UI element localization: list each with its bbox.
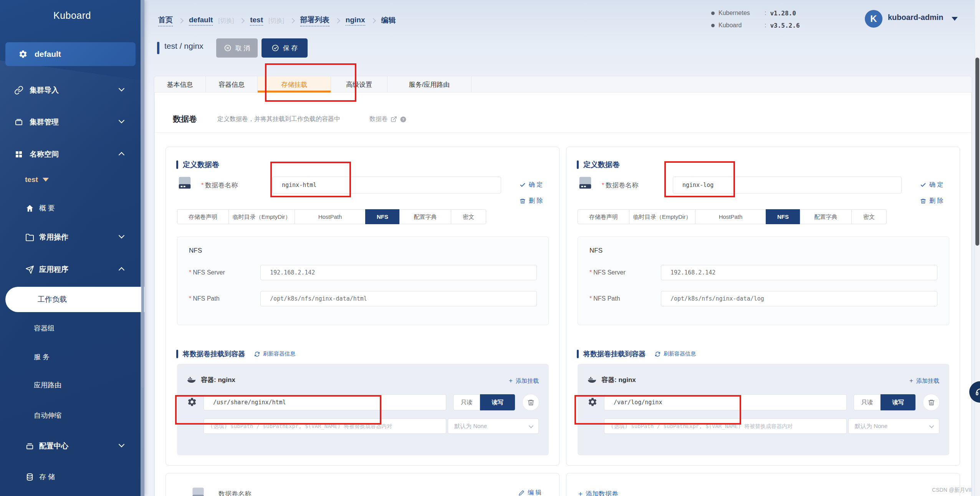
type-tab-hostpath[interactable]: HostPath [695, 209, 766, 224]
mode-select[interactable]: 默认为 None [448, 418, 539, 434]
confirm-link[interactable]: 确 定 [920, 181, 943, 189]
readonly-button[interactable]: 只读 [453, 394, 480, 410]
type-tab-pvc[interactable]: 存储卷声明 [177, 209, 229, 224]
mode-select[interactable]: 默认为 None [848, 418, 939, 434]
accent-bar [176, 160, 178, 169]
sidebar-item-namespaces[interactable]: 名称空间 [0, 144, 139, 165]
annotation-box-mount-path-right [574, 395, 741, 425]
sidebar-item-default-context[interactable]: default [5, 42, 136, 66]
sidebar-namespace-selector[interactable]: test [0, 169, 139, 190]
nfs-panel: NFS *NFS Server *NFS Path [578, 236, 949, 325]
sidebar-item-storage[interactable]: 存 储 [0, 466, 139, 488]
readwrite-button[interactable]: 读写 [881, 394, 915, 410]
trash-icon [527, 399, 535, 406]
sidebar-scrollbar-thumb[interactable] [141, 36, 144, 388]
page-scrollbar-thumb[interactable] [975, 58, 979, 246]
watermark: CSDN @新月VII [932, 487, 972, 494]
type-tab-secret[interactable]: 密文 [451, 209, 486, 224]
avatar[interactable]: K [865, 10, 882, 28]
tab-basic-info[interactable]: 基本信息 [154, 76, 206, 93]
sidebar-item-applications[interactable]: 应用程序 [0, 259, 139, 280]
chevron-down-icon [929, 423, 934, 428]
refresh-containers-link[interactable]: 刷新容器信息 [655, 351, 696, 357]
chevron-right-icon [178, 18, 184, 23]
sidebar-item-overview[interactable]: 概 要 [0, 197, 139, 219]
delete-mount-button[interactable] [522, 394, 539, 411]
box-icon [25, 442, 34, 451]
svg-text:?: ? [402, 117, 404, 121]
breadcrumb-switch-project[interactable]: [切换] [268, 17, 284, 25]
volume-type-tabs: 存储卷声明 临时目录（EmptyDir） HostPath NFS 配置字典 密… [578, 209, 887, 224]
breadcrumb-deployments[interactable]: 部署列表 [300, 15, 329, 26]
sidebar-item-pods[interactable]: 容器组 [0, 317, 139, 339]
readonly-button[interactable]: 只读 [854, 394, 881, 410]
sidebar-item-autoscaling[interactable]: 自动伸缩 [0, 405, 139, 426]
nfs-server-input[interactable] [260, 265, 537, 280]
type-tab-pvc[interactable]: 存储卷声明 [578, 209, 629, 224]
edit-volume-link[interactable]: 编 辑 [518, 489, 541, 496]
chevron-down-icon [119, 233, 125, 239]
type-tab-configmap[interactable]: 配置字典 [800, 209, 852, 224]
type-tab-hostpath[interactable]: HostPath [295, 209, 366, 224]
sidebar-item-common-ops[interactable]: 常用操作 [0, 227, 139, 248]
refresh-icon [655, 351, 661, 357]
add-volume-card[interactable]: + 添加数据卷 [566, 473, 960, 496]
sidebar-item-cluster-import[interactable]: 集群导入 [0, 79, 139, 101]
type-tab-configmap[interactable]: 配置字典 [399, 209, 451, 224]
save-button[interactable]: 保 存 [262, 38, 308, 58]
sidebar: Kuboard default 集群导入 集群管理 名称空间 test [0, 0, 144, 496]
readwrite-button[interactable]: 读写 [480, 394, 515, 410]
nfs-path-input[interactable] [260, 291, 537, 306]
container-name: nginx [218, 376, 235, 384]
nfs-panel: NFS *NFS Server *NFS Path [177, 236, 549, 325]
plus-icon: + [509, 377, 513, 385]
bullet-icon [711, 12, 715, 15]
nfs-path-input[interactable] [661, 291, 937, 306]
section-title: 数据卷 [173, 114, 197, 124]
type-tab-nfs[interactable]: NFS [365, 209, 400, 224]
nfs-server-input[interactable] [661, 265, 937, 280]
delete-link[interactable]: 删 除 [920, 197, 943, 205]
title-accent-bar [157, 42, 159, 54]
chevron-up-icon [119, 267, 125, 273]
delete-mount-button[interactable] [923, 394, 940, 411]
tab-service-ingress[interactable]: 服务/应用路由 [387, 76, 472, 93]
cancel-button[interactable]: 取 消 [216, 38, 258, 58]
readwrite-toggle: 只读 读写 [453, 394, 515, 410]
sidebar-item-workloads[interactable]: 工作负载 [5, 287, 144, 312]
refresh-containers-link[interactable]: 刷新容器信息 [254, 351, 295, 357]
breadcrumb-home[interactable]: 首页 [158, 15, 173, 26]
accent-bar [577, 350, 579, 358]
breadcrumb-workload[interactable]: nginx [346, 16, 365, 26]
type-tab-secret[interactable]: 密文 [851, 209, 887, 224]
tab-container-info[interactable]: 容器信息 [206, 76, 258, 93]
breadcrumb: 首页 default [切换] test [切换] 部署列表 nginx 编辑 [158, 15, 396, 27]
confirm-link[interactable]: 确 定 [520, 181, 543, 189]
chevron-down-icon [119, 117, 125, 124]
breadcrumb-namespace[interactable]: default [189, 16, 213, 26]
sidebar-item-services[interactable]: 服 务 [0, 346, 139, 368]
sidebar-item-cluster-manage[interactable]: 集群管理 [0, 111, 139, 133]
plus-icon: + [909, 377, 913, 385]
define-volume-header: 定义数据卷 [577, 160, 620, 170]
user-menu[interactable]: kuboard-admin [888, 13, 943, 22]
sidebar-item-config-center[interactable]: 配置中心 [0, 435, 139, 457]
doc-link[interactable]: 数据卷 ? [369, 115, 407, 123]
section-description: 定义数据卷，并将其挂载到工作负载的容器中 [217, 115, 340, 123]
volume-icon [576, 174, 594, 192]
breadcrumb-switch-namespace[interactable]: [切换] [218, 17, 234, 25]
sidebar-item-ingress[interactable]: 应用路由 [0, 374, 139, 396]
type-tab-nfs[interactable]: NFS [766, 209, 800, 224]
add-volume-link[interactable]: + 添加数据卷 [578, 489, 618, 496]
type-tab-emptydir[interactable]: 临时目录（EmptyDir） [629, 209, 695, 224]
add-mount-link[interactable]: + 添加挂载 [509, 377, 539, 385]
breadcrumb-project[interactable]: test [250, 16, 263, 26]
add-mount-link[interactable]: + 添加挂载 [909, 377, 939, 385]
volume-type-tabs: 存储卷声明 临时目录（EmptyDir） HostPath NFS 配置字典 密… [177, 209, 486, 224]
docker-icon [587, 375, 597, 385]
chevron-up-icon [119, 152, 125, 158]
delete-link[interactable]: 删 除 [520, 197, 543, 205]
chevron-down-icon [529, 423, 534, 428]
sidebar-context-label: default [35, 50, 61, 59]
type-tab-emptydir[interactable]: 临时目录（EmptyDir） [228, 209, 295, 224]
